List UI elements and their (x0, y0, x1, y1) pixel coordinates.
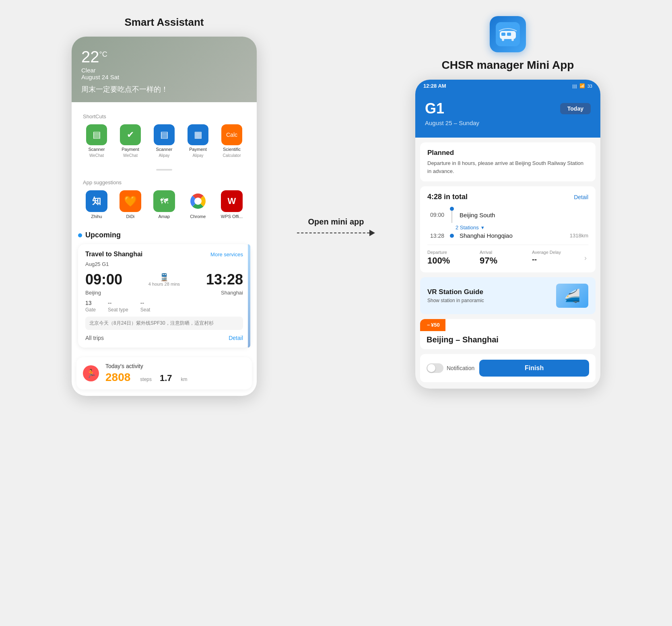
today-badge[interactable]: Today (560, 103, 591, 114)
scientific-icon: Calc (221, 124, 242, 145)
app-amap[interactable]: 🗺 Amap (153, 190, 175, 219)
arrow-section: Open mini app (297, 217, 375, 236)
activity-section: 🏃 Today's activity 2808 steps 1.7 km (76, 357, 252, 389)
stats-row: Departure 100% Arrival 97% Average Delay… (427, 245, 588, 266)
right-title: CHSR manager Mini App (442, 59, 574, 72)
stations-expand[interactable]: 2 Stations ▾ (427, 223, 588, 232)
shortcut-payment-alipay[interactable]: ▦ Payment Alipay (188, 124, 208, 158)
arrive-time-label: 13:28 (427, 233, 444, 239)
status-icons: |||| 📶 33 (572, 83, 592, 89)
journey-detail-link[interactable]: Detail (574, 194, 588, 200)
travel-card: Travel to Shanghai More services Aug25 G… (78, 244, 250, 348)
arrow-head (369, 230, 375, 236)
weather-info: Clear August 24 Sat (81, 67, 247, 80)
activity-km-label: km (181, 377, 188, 382)
to-city: Shanghai (221, 290, 243, 296)
train-details: 13 Gate -- Seat type -- Seat (85, 300, 243, 313)
departure-station-name: Beijing South (460, 212, 495, 218)
trip-date-train: Aug25 G1 (85, 261, 243, 267)
shortcut-scanner-alipay[interactable]: ▤ Scanner Alipay (154, 124, 175, 158)
crh-icon-svg (496, 22, 520, 46)
gate-val: 13 (85, 300, 96, 306)
train-wheel2 (511, 39, 514, 41)
weather-temp: 22°C (81, 48, 247, 66)
journey-header: 4:28 in total Detail (427, 193, 588, 201)
station-line: 09:00 Beijing South 2 Stations ▾ 13:28 (427, 207, 588, 239)
activity-icon: 🏃 (83, 365, 99, 381)
all-trips[interactable]: All trips (85, 335, 104, 341)
scroll-indicator (156, 169, 172, 171)
arrow-line (297, 230, 375, 236)
amap-name: Amap (159, 214, 170, 219)
depart-time: 09:00 (85, 271, 122, 288)
ticket-route: Beijing – Shanghai (420, 331, 596, 349)
arrival-station-name: Shanghai Hongqiao (460, 232, 513, 239)
station-dot-line-bottom (450, 234, 454, 238)
vr-title: VR Station Guide (427, 288, 484, 296)
depart-time-label: 09:00 (427, 212, 444, 218)
toggle-thumb[interactable] (427, 363, 443, 373)
upcoming-dot (78, 233, 82, 237)
didi-icon: 🧡 (120, 190, 141, 212)
upcoming-title: Upcoming (85, 231, 121, 239)
shortcut-scanner-wechat[interactable]: ▤ Scanner WeChat (86, 124, 107, 158)
blue-header: G1 Today August 25 – Sunday (415, 92, 600, 138)
more-services-link[interactable]: More services (210, 251, 243, 257)
gate-label: Gate (85, 307, 96, 313)
ticket-badge: －¥50 (420, 319, 445, 331)
shortcut-scientific-sub: Calculator (223, 153, 241, 158)
chrome-name: Chrome (190, 214, 206, 219)
travel-card-footer: All trips Detail (85, 335, 243, 341)
app-chrome[interactable]: Chrome (187, 190, 209, 219)
planned-title: Planned (427, 149, 588, 157)
departure-stat-label: Departure (427, 250, 480, 255)
wps-icon: W (221, 190, 243, 212)
zhihu-icon: 知 (86, 190, 107, 212)
vr-illustration: 🚄 (556, 284, 588, 308)
avg-delay-stat: Average Delay -- (532, 250, 584, 266)
shortcut-payment-alipay-name: Payment (189, 147, 206, 152)
train-duration: 4 hours 28 mins (148, 282, 180, 286)
train-window1 (501, 33, 505, 36)
planned-desc: Departure in 8 hours, please arrive at B… (427, 159, 588, 175)
app-zhihu[interactable]: 知 Zhihu (86, 190, 107, 219)
activity-km: 1.7 (160, 373, 172, 383)
detail-link[interactable]: Detail (229, 335, 243, 341)
notification-label: Notification (447, 365, 474, 371)
train-date: August 25 – Sunday (425, 119, 591, 126)
journey-card: 4:28 in total Detail 09:00 Beijing South (420, 186, 596, 272)
journey-total: 4:28 in total (427, 193, 468, 201)
train-icon: 🚆 (160, 273, 169, 282)
ticket-card: －¥50 Beijing – Shanghai (420, 319, 596, 349)
zhihu-name: Zhihu (91, 214, 102, 219)
card-accent (248, 244, 250, 348)
shortcut-payment-wechat[interactable]: ✔ Payment WeChat (120, 124, 141, 158)
shortcuts-section: ShortCuts ▤ Scanner WeChat ✔ Payment WeC… (76, 107, 252, 164)
arrival-station-row: 13:28 Shanghai Hongqiao 1318km (427, 232, 588, 239)
station-dot-line-top (450, 207, 454, 223)
expand-chevron-icon: ▾ (481, 224, 484, 231)
train-middle: 🚆 4 hours 28 mins (127, 273, 201, 286)
left-section: Smart Assistant 22°C Clear August 24 Sat… (64, 16, 265, 396)
shortcuts-label: ShortCuts (83, 113, 245, 119)
shortcut-scanner-alipay-name: Scanner (156, 147, 173, 152)
vr-text: VR Station Guide Show station in panoram… (427, 288, 484, 303)
seat-type-detail: -- Seat type (108, 300, 128, 313)
shortcut-scientific[interactable]: Calc Scientific Calculator (221, 124, 242, 158)
arrival-stat-label: Arrival (480, 250, 532, 255)
right-phone-frame: 12:28 AM |||| 📶 33 G1 Today August 25 – … (415, 80, 600, 389)
payment-wechat-icon: ✔ (120, 124, 141, 145)
stats-chevron-icon[interactable]: › (584, 250, 588, 266)
finish-button[interactable]: Finish (479, 360, 589, 377)
notification-toggle[interactable]: Notification (427, 363, 474, 373)
weather-header: 22°C Clear August 24 Sat 周末一定要吃点不一样的！ (72, 37, 257, 102)
app-wps[interactable]: W WPS Offi... (221, 190, 243, 219)
arrival-stat: Arrival 97% (480, 250, 532, 266)
app-didi[interactable]: 🧡 DiDi (120, 190, 141, 219)
train-window2 (507, 33, 511, 36)
vr-card[interactable]: VR Station Guide Show station in panoram… (420, 277, 596, 314)
station-vert-line1 (451, 211, 452, 223)
chrome-icon (187, 190, 209, 212)
dashed-line (297, 233, 369, 233)
seat-type-label: Seat type (108, 307, 128, 313)
